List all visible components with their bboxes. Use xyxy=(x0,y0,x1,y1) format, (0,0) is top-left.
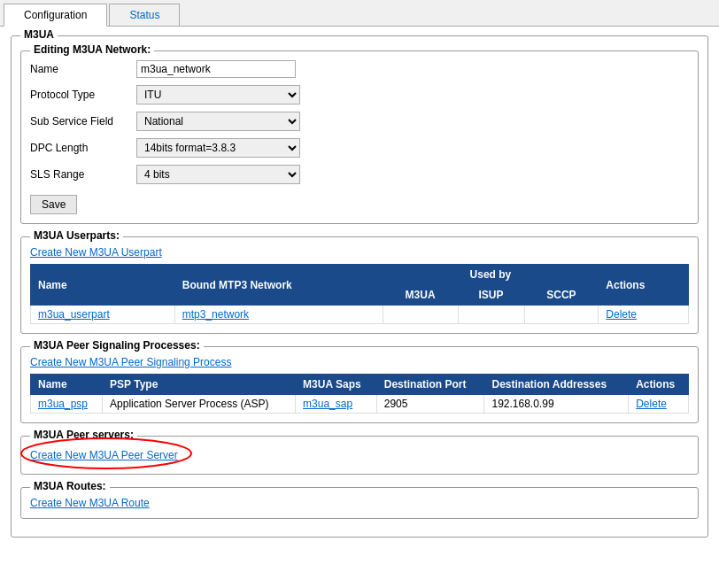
cell-name: m3ua_userpart xyxy=(31,306,175,324)
label-sub-service: Sub Service Field xyxy=(30,115,136,128)
th-psp-actions: Actions xyxy=(629,375,689,395)
m3ua-section: M3UA Editing M3UA Network: Name Protocol… xyxy=(11,35,708,538)
input-name[interactable] xyxy=(136,60,296,78)
create-route-link[interactable]: Create New M3UA Route xyxy=(30,497,150,509)
userparts-title: M3UA Userparts: xyxy=(30,229,123,242)
th-isup: ISUP xyxy=(458,285,524,306)
peer-signaling-table: Name PSP Type M3UA Saps Destination Port… xyxy=(30,374,689,414)
table-row: m3ua_userpart mtp3_network Delete xyxy=(31,306,689,324)
cell-sccp xyxy=(524,306,599,324)
save-button[interactable]: Save xyxy=(30,195,77,214)
field-sls-range: SLS Range 4 bits xyxy=(30,165,689,184)
create-peer-signaling-link[interactable]: Create New M3UA Peer Signaling Process xyxy=(30,356,231,368)
th-dest-addresses: Destination Addresses xyxy=(484,375,629,395)
th-psp-name: Name xyxy=(31,375,103,395)
peer-servers-title: M3UA Peer servers: xyxy=(30,429,137,441)
th-m3ua: M3UA xyxy=(383,285,458,306)
th-actions: Actions xyxy=(599,265,689,306)
th-name: Name xyxy=(31,265,175,306)
peer-servers-section: M3UA Peer servers: Create New M3UA Peer … xyxy=(20,436,699,475)
routes-section: M3UA Routes: Create New M3UA Route xyxy=(20,487,699,519)
create-peer-server-wrapper: Create New M3UA Peer Server xyxy=(30,445,178,465)
peer-signaling-title: M3UA Peer Signaling Processes: xyxy=(30,339,204,352)
psp-name-link[interactable]: m3ua_psp xyxy=(38,398,88,410)
m3ua-sap-link[interactable]: m3ua_sap xyxy=(303,398,352,410)
select-dpc-length[interactable]: 14bits format=3.8.3 xyxy=(136,138,300,158)
label-dpc-length: DPC Length xyxy=(30,142,136,154)
peer-signaling-section: M3UA Peer Signaling Processes: Create Ne… xyxy=(20,346,699,423)
delete-userpart-link[interactable]: Delete xyxy=(606,308,637,321)
userpart-name-link[interactable]: m3ua_userpart xyxy=(38,308,110,321)
select-sub-service[interactable]: National xyxy=(136,112,300,131)
field-name: Name xyxy=(30,60,689,78)
routes-title: M3UA Routes: xyxy=(30,480,110,492)
tab-status[interactable]: Status xyxy=(109,4,180,26)
field-dpc-length: DPC Length 14bits format=3.8.3 xyxy=(30,138,689,158)
cell-m3ua-saps: m3ua_sap xyxy=(296,395,377,414)
th-m3ua-saps: M3UA Saps xyxy=(296,375,377,395)
label-name: Name xyxy=(30,63,136,75)
field-sub-service: Sub Service Field National xyxy=(30,112,689,131)
select-protocol-type[interactable]: ITU xyxy=(136,85,300,104)
cell-dest-port: 2905 xyxy=(376,395,484,414)
create-userpart-link[interactable]: Create New M3UA Userpart xyxy=(30,246,162,259)
mtp3-network-link[interactable]: mtp3_network xyxy=(182,308,249,321)
cell-actions: Delete xyxy=(599,306,689,324)
field-protocol-type: Protocol Type ITU xyxy=(30,85,689,104)
th-bound-mtp3: Bound MTP3 Network xyxy=(174,265,383,306)
page-content: M3UA Editing M3UA Network: Name Protocol… xyxy=(0,27,719,555)
table-row: m3ua_psp Application Server Process (ASP… xyxy=(31,395,689,414)
tabs-bar: Configuration Status xyxy=(0,0,719,27)
create-peer-server-link[interactable]: Create New M3UA Peer Server xyxy=(30,449,178,461)
cell-psp-name: m3ua_psp xyxy=(31,395,103,414)
m3ua-title: M3UA xyxy=(20,28,58,41)
delete-psp-link[interactable]: Delete xyxy=(636,398,667,410)
userparts-table: Name Bound MTP3 Network Used by Actions … xyxy=(30,264,689,324)
cell-psp-type: Application Server Process (ASP) xyxy=(103,395,296,414)
th-used-by: Used by xyxy=(383,265,599,285)
cell-dest-addresses: 192.168.0.99 xyxy=(484,395,629,414)
label-sls-range: SLS Range xyxy=(30,168,136,181)
cell-psp-actions: Delete xyxy=(629,395,689,414)
cell-bound-mtp3: mtp3_network xyxy=(174,306,383,324)
tab-configuration[interactable]: Configuration xyxy=(4,4,107,27)
userparts-section: M3UA Userparts: Create New M3UA Userpart… xyxy=(20,236,699,334)
select-sls-range[interactable]: 4 bits xyxy=(136,165,300,184)
th-psp-type: PSP Type xyxy=(103,375,296,395)
th-sccp: SCCP xyxy=(524,285,599,306)
cell-isup xyxy=(458,306,524,324)
cell-m3ua xyxy=(383,306,458,324)
editing-box: Editing M3UA Network: Name Protocol Type… xyxy=(20,50,699,224)
label-protocol-type: Protocol Type xyxy=(30,89,136,101)
editing-box-title: Editing M3UA Network: xyxy=(30,43,154,56)
th-dest-port: Destination Port xyxy=(376,375,484,395)
